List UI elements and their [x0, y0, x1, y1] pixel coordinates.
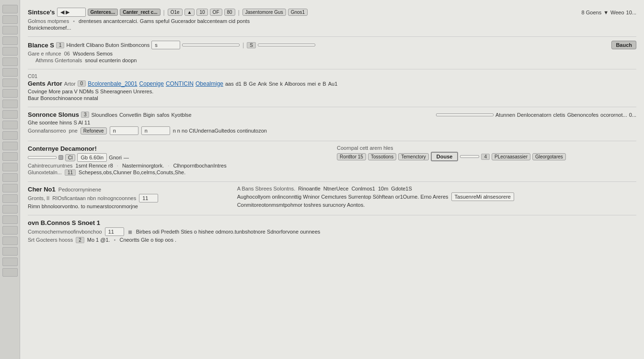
section6-right-extra[interactable]: TasuenreMi alnsesorere	[451, 192, 514, 201]
section7-row1-label: Srt Gocteers hooss	[28, 237, 73, 243]
section3-link3[interactable]: CONTICIN	[166, 80, 194, 87]
section6-right-item2: NtnerUece	[323, 186, 349, 191]
section6-row1-num[interactable]: 11	[139, 194, 158, 202]
section7-subtitle-num[interactable]: 11	[105, 227, 124, 236]
sidebar-scroll-4[interactable]	[2, 36, 18, 45]
section5-title-row: Conternye Decamonor!	[28, 145, 327, 152]
section3-row2: Baur Bonoschinoanoce nnatal	[28, 95, 636, 101]
section5-btn-rontltor[interactable]: Rontltor 15	[337, 153, 366, 160]
section5-input-count[interactable]	[460, 155, 479, 158]
section1-right2: ▼	[603, 10, 609, 15]
section2-row1-vals: Wsodens Semos	[73, 51, 113, 56]
sidebar-scroll-23[interactable]	[2, 236, 18, 245]
sidebar-scroll-14[interactable]	[2, 142, 18, 150]
section4-item4: safos	[157, 112, 169, 118]
section5-btn-tossotions[interactable]: Tossotions	[368, 153, 396, 160]
section1-row1-label: Golmos motpmes	[28, 18, 69, 24]
sidebar-scroll-12[interactable]	[2, 121, 18, 129]
section4-row2-num1[interactable]: n	[110, 126, 138, 135]
page-container: Sintsce's ◀ ▶ Gnterces... Canter_rect c.…	[0, 0, 644, 359]
section3-link4[interactable]: Obealmige	[196, 80, 223, 87]
section4-right1: Denlocenatorn	[517, 112, 552, 118]
section1-extra3[interactable]: 10	[196, 9, 207, 16]
section3-sub: Artor	[64, 81, 76, 87]
sidebar-scroll-1[interactable]	[2, 5, 18, 13]
sidebar-scroll-8[interactable]	[2, 79, 18, 87]
sidebar-scroll-17[interactable]	[2, 173, 18, 182]
section5-row1-label: Cahintrecurruntnes	[28, 163, 73, 168]
section4-right5: 0...	[629, 112, 636, 118]
section4-toolbar: Sonronce Slonus 3 Sloundloes Convetlin B…	[28, 111, 636, 118]
sidebar-scroll-24[interactable]	[2, 247, 18, 256]
sidebar-scroll-16[interactable]	[2, 163, 18, 171]
section2-btn-bauch[interactable]: Bauch	[611, 41, 636, 49]
section3-label-row: C01	[28, 73, 636, 79]
section1-extra1[interactable]: O1e	[168, 9, 183, 16]
section2-input-b[interactable]	[182, 44, 240, 46]
section7-title-row: ovn B.Connos S Snoet 1	[28, 219, 636, 226]
section3-link16: Au1	[328, 81, 338, 87]
section2-input-c[interactable]	[258, 44, 315, 46]
section-cher: Cher No1 Pedocrornyninene Gronts, II RIO…	[28, 182, 636, 215]
section2-row1-label: Gare e nfunce	[28, 51, 61, 56]
section2-input-a[interactable]: s	[151, 41, 180, 49]
section5-btn-gleorg[interactable]: Gleorgotares	[532, 153, 566, 160]
sidebar-scroll-9[interactable]	[2, 89, 18, 98]
section5-btn-douse[interactable]: Douse	[431, 152, 459, 161]
section5-btn-plec[interactable]: PLecraasassier	[492, 153, 530, 160]
section3-link13: mei	[307, 81, 316, 87]
section3-label: C01	[28, 73, 37, 79]
sidebar-scroll-2[interactable]	[2, 15, 18, 24]
sidebar-scroll-15[interactable]	[2, 152, 18, 161]
sidebar-scroll-5[interactable]	[2, 47, 18, 56]
section5-row2: Glunoxtetaln... 11 Schepess,obs,Clunner …	[28, 169, 327, 176]
section5-badge-4: 4	[481, 154, 490, 160]
sidebar-scroll-18[interactable]	[2, 184, 18, 192]
section1-btn2[interactable]: Canter_rect c...	[120, 9, 160, 16]
section4-refoneve-btn[interactable]: Refoneve	[80, 127, 107, 135]
section2-num: 1	[56, 42, 65, 48]
sidebar-scroll-11[interactable]	[2, 110, 18, 119]
sidebar-scroll-7[interactable]	[2, 68, 18, 77]
section4-row2-num2[interactable]: n	[141, 126, 170, 135]
sidebar-scroll-13[interactable]	[2, 131, 18, 140]
section6-right-item3: Conlmos1	[351, 186, 375, 191]
section1-extra5[interactable]: 80	[224, 9, 235, 16]
sidebar-scroll-25[interactable]	[2, 258, 18, 266]
section6-right-row1-val: Aughocoltyom onlinconnttig Wninor Cemctu…	[237, 194, 448, 200]
sidebar-scroll-22[interactable]	[2, 226, 18, 235]
section4-row1: Ghe soontee hinns S Al 11	[28, 120, 636, 125]
section4-title: Sonronce Slonus	[28, 111, 79, 118]
section4-item1: Sloundloes	[91, 112, 117, 118]
sidebar-scroll-26[interactable]	[2, 268, 18, 277]
sidebar-scroll-3[interactable]	[2, 26, 18, 34]
sidebar-scroll-21[interactable]	[2, 215, 18, 224]
section4-item3: Bigin	[143, 112, 155, 118]
section6-right-row1: Aughocoltyom onlinconnttig Wninor Cemctu…	[237, 192, 636, 201]
section1-extra4[interactable]: OF	[210, 9, 222, 16]
sidebar-scroll-19[interactable]	[2, 194, 18, 203]
section6-right-item1: Rinoantle	[298, 186, 320, 191]
section3-link2[interactable]: Copenige	[139, 80, 164, 87]
section2-title: Blance S	[28, 42, 54, 49]
section5-btn-temenctory[interactable]: Temenctory	[398, 153, 429, 160]
section4-input[interactable]	[436, 113, 494, 116]
section1-extra7[interactable]: Gnos1	[288, 9, 308, 16]
section6-right-title-text: A Bans Sbrees Solontns.	[237, 186, 296, 191]
section5-cl-btn[interactable]: Cl	[65, 154, 75, 161]
section4-row2-sub: pne	[69, 128, 78, 134]
sidebar-scroll-10[interactable]	[2, 100, 18, 108]
sidebar-scroll-6[interactable]	[2, 57, 18, 66]
section1-input1[interactable]: ◀ ▶	[57, 8, 86, 17]
section6-right-item4: 10m	[378, 186, 388, 191]
section5-right-title: Coornpal cett arern hles	[337, 145, 636, 151]
section5-gb-val[interactable]: Gb 6.60in	[77, 153, 107, 162]
section1-btn1[interactable]: Gnterces...	[88, 9, 118, 16]
section5-input-gb[interactable]	[28, 156, 57, 159]
section7-row1-val: Mo 1 @1.	[87, 237, 110, 243]
section1-extra6[interactable]: Jasentomore Gus	[242, 9, 286, 16]
section3-row1-val: Covinge More para V NDMs S Sheeragneen U…	[28, 89, 153, 94]
sidebar-scroll-20[interactable]	[2, 205, 18, 213]
section3-link1[interactable]: Bcolorenbale_2001	[88, 80, 137, 87]
section2-row2: Athmns Gntertonals snoul ecunterin doopn	[28, 57, 636, 63]
